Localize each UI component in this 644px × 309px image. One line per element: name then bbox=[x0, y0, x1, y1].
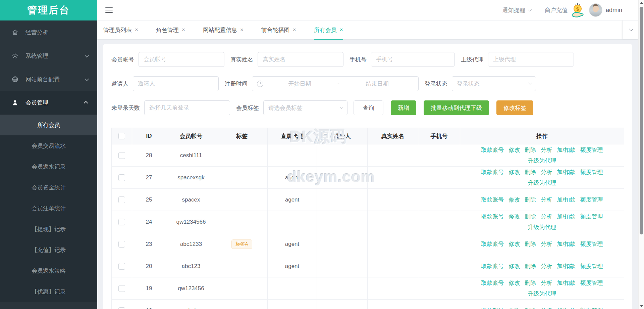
tab-0[interactable]: 管理员列表× bbox=[103, 20, 138, 39]
avatar[interactable] bbox=[589, 3, 602, 17]
action-link-3[interactable]: 分析 bbox=[541, 240, 552, 248]
action-link-6[interactable]: 升级为代理 bbox=[528, 290, 556, 298]
action-link-2[interactable]: 删除 bbox=[525, 307, 536, 309]
action-link-5[interactable]: 额度管理 bbox=[580, 279, 603, 287]
action-link-5[interactable]: 额度管理 bbox=[580, 307, 603, 309]
action-link-0[interactable]: 取款账号 bbox=[481, 307, 504, 309]
action-link-6[interactable]: 升级为代理 bbox=[528, 179, 556, 187]
action-link-4[interactable]: 加/扣款 bbox=[557, 307, 576, 309]
submenu-item-8[interactable]: 【优惠】记录 bbox=[0, 281, 97, 302]
action-link-5[interactable]: 额度管理 bbox=[580, 196, 603, 204]
action-link-3[interactable]: 分析 bbox=[541, 168, 552, 176]
tab-4[interactable]: 所有会员× bbox=[314, 20, 343, 39]
tab-3[interactable]: 前台轮播图× bbox=[261, 20, 296, 39]
action-link-2[interactable]: 删除 bbox=[525, 213, 536, 220]
close-icon[interactable]: × bbox=[340, 27, 343, 33]
close-icon[interactable]: × bbox=[135, 27, 138, 33]
login-status-select[interactable]: 登录状态 bbox=[452, 76, 536, 91]
member-tag-select[interactable]: 请选会员标签 bbox=[263, 100, 347, 115]
edit-tag-button[interactable]: 修改标签 bbox=[496, 100, 533, 115]
action-link-0[interactable]: 取款账号 bbox=[481, 146, 504, 154]
parent-agent-input[interactable] bbox=[488, 52, 574, 67]
submenu-item-6[interactable]: 【充值】记录 bbox=[0, 239, 97, 260]
coin-hand-icon[interactable]: $ bbox=[570, 2, 587, 18]
sidebar-item-0[interactable]: 经营分析 bbox=[0, 20, 97, 44]
action-link-2[interactable]: 删除 bbox=[525, 168, 536, 176]
add-button[interactable]: 新增 bbox=[391, 100, 416, 115]
submenu-item-1[interactable]: 会员交易流水 bbox=[0, 135, 97, 156]
action-link-1[interactable]: 修改 bbox=[508, 213, 520, 220]
no-login-days-input[interactable] bbox=[144, 100, 230, 115]
action-link-0[interactable]: 取款账号 bbox=[481, 196, 504, 204]
action-link-5[interactable]: 额度管理 bbox=[580, 168, 603, 176]
row-checkbox[interactable] bbox=[118, 219, 125, 225]
action-link-0[interactable]: 取款账号 bbox=[481, 262, 504, 270]
row-checkbox[interactable] bbox=[118, 152, 125, 159]
submenu-item-0[interactable]: 所有会员 bbox=[0, 115, 97, 135]
action-link-6[interactable]: 升级为代理 bbox=[528, 223, 556, 231]
action-link-0[interactable]: 取款账号 bbox=[481, 240, 504, 248]
action-link-1[interactable]: 修改 bbox=[508, 196, 520, 204]
submenu-item-2[interactable]: 会员返水记录 bbox=[0, 156, 97, 177]
row-checkbox[interactable] bbox=[118, 241, 125, 248]
select-all-checkbox[interactable] bbox=[118, 133, 125, 139]
action-link-4[interactable]: 加/扣款 bbox=[557, 213, 576, 220]
action-link-3[interactable]: 分析 bbox=[541, 279, 552, 287]
tab-overflow-button[interactable] bbox=[623, 20, 638, 39]
action-link-2[interactable]: 删除 bbox=[525, 196, 536, 204]
action-link-2[interactable]: 删除 bbox=[525, 279, 536, 287]
close-icon[interactable]: × bbox=[182, 27, 185, 33]
action-link-2[interactable]: 删除 bbox=[525, 240, 536, 248]
page-scrollbar[interactable] bbox=[638, 0, 644, 309]
submenu-item-7[interactable]: 会员返水策略 bbox=[0, 260, 97, 281]
account-input[interactable] bbox=[139, 52, 224, 67]
action-link-3[interactable]: 分析 bbox=[541, 307, 552, 309]
action-link-0[interactable]: 取款账号 bbox=[481, 279, 504, 287]
action-link-0[interactable]: 取款账号 bbox=[481, 168, 504, 176]
notify-dropdown[interactable]: 通知提醒 bbox=[502, 6, 531, 14]
action-link-4[interactable]: 加/扣款 bbox=[557, 168, 576, 176]
action-link-1[interactable]: 修改 bbox=[508, 307, 520, 309]
action-link-4[interactable]: 加/扣款 bbox=[557, 279, 576, 287]
action-link-2[interactable]: 删除 bbox=[525, 146, 536, 154]
scroll-up-arrow-icon[interactable] bbox=[640, 2, 643, 4]
action-link-5[interactable]: 额度管理 bbox=[580, 240, 603, 248]
action-link-5[interactable]: 额度管理 bbox=[580, 146, 603, 154]
scrollbar-thumb[interactable] bbox=[640, 7, 643, 234]
batch-move-button[interactable]: 批量移动到代理下级 bbox=[424, 100, 489, 115]
search-button[interactable]: 查询 bbox=[354, 100, 383, 115]
close-icon[interactable]: × bbox=[240, 27, 244, 33]
action-link-1[interactable]: 修改 bbox=[508, 262, 520, 270]
hamburger-icon[interactable] bbox=[105, 6, 113, 14]
action-link-3[interactable]: 分析 bbox=[541, 262, 552, 270]
inviter-input[interactable] bbox=[133, 76, 219, 91]
row-checkbox[interactable] bbox=[118, 174, 125, 181]
action-link-5[interactable]: 额度管理 bbox=[580, 213, 603, 220]
action-link-4[interactable]: 加/扣款 bbox=[557, 146, 576, 154]
action-link-6[interactable]: 升级为代理 bbox=[528, 157, 556, 165]
action-link-2[interactable]: 删除 bbox=[525, 262, 536, 270]
action-link-0[interactable]: 取款账号 bbox=[481, 213, 504, 220]
action-link-1[interactable]: 修改 bbox=[508, 168, 520, 176]
action-link-1[interactable]: 修改 bbox=[508, 279, 520, 287]
phone-input[interactable] bbox=[371, 52, 455, 67]
reg-time-range-picker[interactable]: 开始日期 - 结束日期 bbox=[252, 76, 419, 91]
row-checkbox[interactable] bbox=[118, 196, 125, 203]
action-link-3[interactable]: 分析 bbox=[541, 213, 552, 220]
action-link-3[interactable]: 分析 bbox=[541, 196, 552, 204]
action-link-4[interactable]: 加/扣款 bbox=[557, 196, 576, 204]
action-link-3[interactable]: 分析 bbox=[541, 146, 552, 154]
close-icon[interactable]: × bbox=[293, 27, 296, 33]
row-checkbox[interactable] bbox=[118, 307, 125, 309]
scroll-down-arrow-icon[interactable] bbox=[640, 305, 643, 307]
action-link-5[interactable]: 额度管理 bbox=[580, 262, 603, 270]
tab-1[interactable]: 角色管理× bbox=[156, 20, 185, 39]
action-link-4[interactable]: 加/扣款 bbox=[557, 240, 576, 248]
sidebar-item-1[interactable]: 系统管理 bbox=[0, 44, 97, 68]
submenu-item-3[interactable]: 会员资金统计 bbox=[0, 177, 97, 198]
username[interactable]: admin bbox=[606, 7, 622, 14]
merchant-recharge-link[interactable]: 商户充值 bbox=[545, 6, 568, 14]
sidebar-item-3[interactable]: 会员管理 bbox=[0, 91, 97, 115]
action-link-1[interactable]: 修改 bbox=[508, 240, 520, 248]
action-link-4[interactable]: 加/扣款 bbox=[557, 262, 576, 270]
